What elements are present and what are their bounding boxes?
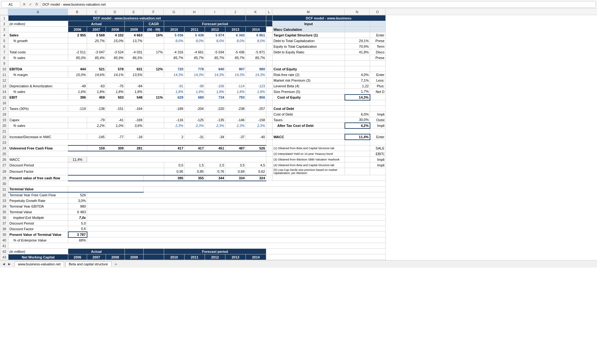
row-num-24[interactable]: 24 xyxy=(0,145,8,151)
col-header-o[interactable]: O xyxy=(370,9,385,15)
col-header-m[interactable]: M xyxy=(272,9,345,15)
row-num-31[interactable]: 31 xyxy=(0,187,8,192)
cell-j5[interactable]: 8,0% xyxy=(225,38,246,44)
cell-k14[interactable]: 1,8% xyxy=(246,89,266,95)
cell-g13[interactable]: -91 xyxy=(164,83,185,89)
cell-a35[interactable]: Terminal Value xyxy=(8,209,68,215)
cell-k20[interactable]: 2,3% xyxy=(246,123,266,128)
cell-a19[interactable]: Capex xyxy=(8,117,68,123)
cell-h29[interactable]: 355 xyxy=(185,175,205,181)
cell-c20[interactable]: 2,2% xyxy=(87,123,106,128)
tab-prev-arrow[interactable]: ◀ xyxy=(1,262,6,267)
cell-b38[interactable]: 0,6 xyxy=(68,226,87,232)
row-num-15[interactable]: 15 xyxy=(0,95,8,100)
cell-h28[interactable]: 0,85 xyxy=(185,168,205,175)
cell-a24[interactable]: Unlevered Free Cash Flow xyxy=(8,145,68,151)
cell-g27[interactable]: 0,5 xyxy=(164,162,185,168)
cell-e4[interactable]: 4 663 xyxy=(125,32,144,38)
row-num-33[interactable]: 33 xyxy=(0,198,8,204)
row-num-19[interactable]: 19 xyxy=(0,117,8,123)
cell-c4[interactable]: 3 568 xyxy=(87,32,106,38)
cell-i8[interactable]: 85,7% xyxy=(205,55,225,61)
cell-j10[interactable]: 907 xyxy=(225,66,246,72)
cell-a22[interactable]: Increase/Decrease in NWC xyxy=(8,134,68,140)
cell-d24[interactable]: 309 xyxy=(106,145,125,151)
cell-c5[interactable]: 20,7% xyxy=(87,38,106,44)
row-num-18[interactable]: 18 xyxy=(0,111,8,117)
cell-d22[interactable]: -77 xyxy=(106,134,125,140)
cell-e19[interactable]: -169 xyxy=(125,117,144,123)
row-num-32[interactable]: 32 xyxy=(0,192,8,198)
tab-next-arrow[interactable]: ▶ xyxy=(7,262,12,267)
cell-g19[interactable]: -116 xyxy=(164,117,185,123)
cell-c22[interactable]: -145 xyxy=(87,134,106,140)
cell-c15[interactable]: 459 xyxy=(87,95,106,100)
col-header-c[interactable]: C xyxy=(87,9,106,15)
cell-c19[interactable]: -79 xyxy=(87,117,106,123)
col-header-a[interactable]: A xyxy=(8,9,68,15)
row-num-23[interactable]: 23 xyxy=(0,140,8,145)
function-button[interactable]: fx xyxy=(34,2,40,7)
cell-g28[interactable]: 0,95 xyxy=(164,168,185,175)
cell-e8[interactable]: 86,5% xyxy=(125,55,144,61)
cell-i15[interactable]: 734 xyxy=(205,95,225,100)
cell-a20[interactable]: % sales xyxy=(8,123,68,128)
row-num-20[interactable]: 20 xyxy=(0,123,8,128)
row-num-21[interactable]: 21 xyxy=(0,128,8,134)
cell-a4[interactable]: Sales xyxy=(8,32,68,38)
cell-a31[interactable]: Terminal Value xyxy=(8,187,68,192)
cell-k4[interactable]: 6 851 xyxy=(246,32,266,38)
cell-d15[interactable]: 503 xyxy=(106,95,125,100)
cell-a5[interactable]: % growth xyxy=(8,38,68,44)
cell-g14[interactable]: 1,8% xyxy=(164,89,185,95)
row-num-43[interactable]: 43 xyxy=(0,254,8,260)
cell-h22[interactable]: -31 xyxy=(185,134,205,140)
cell-a40[interactable]: % of Enterprise Value xyxy=(8,237,68,243)
cell-j13[interactable]: -114 xyxy=(225,83,246,89)
cell-h13[interactable]: -98 xyxy=(185,83,205,89)
row-num-7[interactable]: 7 xyxy=(0,49,8,55)
cell-g11[interactable]: 14,3% xyxy=(164,72,185,78)
row-num-40[interactable]: 40 xyxy=(0,237,8,243)
cell-a39[interactable]: Present Value of Terminal Value xyxy=(8,232,68,237)
cell-i11[interactable]: 14,3% xyxy=(205,72,225,78)
cell-b34[interactable]: 980 xyxy=(68,204,87,209)
row-num-14[interactable]: 14 xyxy=(0,89,8,95)
row-num-30[interactable]: 30 xyxy=(0,181,8,187)
row-num-13[interactable]: 13 xyxy=(0,83,8,89)
cell-k19[interactable]: -158 xyxy=(246,117,266,123)
cell-b10[interactable]: 444 xyxy=(68,66,87,72)
cell-j19[interactable]: -146 xyxy=(225,117,246,123)
cell-h10[interactable]: 778 xyxy=(185,66,205,72)
row-num-4[interactable]: 4 xyxy=(0,32,8,38)
cell-a34[interactable]: Terminal Year EBITDA xyxy=(8,204,68,209)
cell-k27[interactable]: 4,5 xyxy=(246,162,266,168)
cell-j17[interactable]: -238 xyxy=(225,106,246,111)
row-num-9[interactable]: 9 xyxy=(0,61,8,66)
cell-a11[interactable]: % margin xyxy=(8,72,68,78)
cell-j14[interactable]: 1,8% xyxy=(225,89,246,95)
cell-a15[interactable]: EBIT xyxy=(8,95,68,100)
cell-j29[interactable]: 334 xyxy=(225,175,246,181)
cell-b32[interactable]: 526 xyxy=(68,192,87,198)
cell-i17[interactable]: -220 xyxy=(205,106,225,111)
cell-a27[interactable]: Discount Period xyxy=(8,162,68,168)
col-header-h[interactable]: H xyxy=(184,9,205,15)
cell-h17[interactable]: -204 xyxy=(185,106,205,111)
cell-j15[interactable]: 793 xyxy=(225,95,246,100)
cell-k5[interactable]: 8,0% xyxy=(246,38,266,44)
cell-i20[interactable]: 2,3% xyxy=(205,123,225,128)
cell-d20[interactable]: 1,0% xyxy=(106,123,125,128)
cell-c17[interactable]: -138 xyxy=(87,106,106,111)
cell-i14[interactable]: 1,8% xyxy=(205,89,225,95)
cell-h5[interactable]: 8,0% xyxy=(185,38,205,44)
cell-i24[interactable]: 451 xyxy=(205,145,225,151)
cell-k22[interactable]: -40 xyxy=(246,134,266,140)
cell-a2[interactable]: (in million) xyxy=(8,21,68,27)
cell-a17[interactable]: Taxes (30%) xyxy=(8,106,68,111)
cell-i28[interactable]: 0,76 xyxy=(205,168,225,175)
cell-c8[interactable]: 85,4% xyxy=(87,55,106,61)
row-num-34[interactable]: 34 xyxy=(0,204,8,209)
cell-g4[interactable]: 5 036 xyxy=(164,32,185,38)
cell-e24[interactable]: 281 xyxy=(125,145,144,151)
